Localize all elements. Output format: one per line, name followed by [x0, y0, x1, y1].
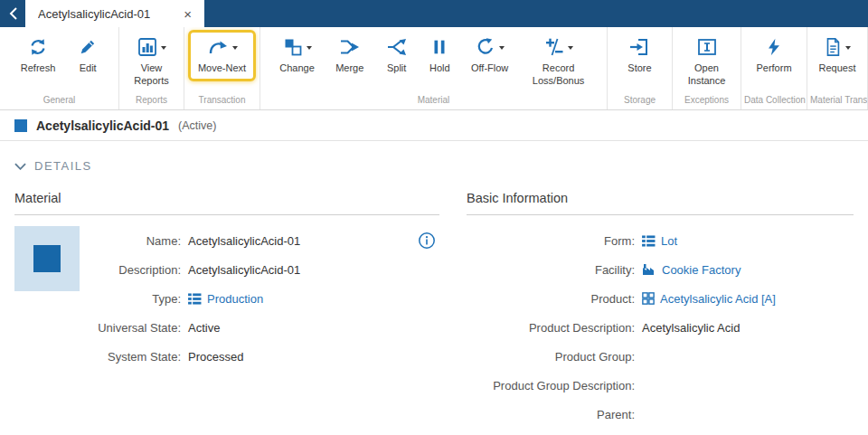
split-arrows-icon — [385, 36, 409, 58]
universal-state-label: Universal State: — [94, 321, 188, 335]
facility-value-link[interactable]: Cookie Factory — [642, 263, 741, 277]
universal-state-value: Active — [188, 321, 220, 335]
description-label: Description: — [94, 263, 188, 277]
status-badge: (Active) — [178, 119, 216, 132]
merge-arrows-icon — [338, 36, 362, 58]
form-value-link[interactable]: Lot — [642, 234, 677, 248]
system-state-row: System State: Processed — [94, 342, 439, 371]
off-flow-label: Off-Flow — [471, 62, 508, 75]
record-title: AcetylsalicylicAcid-01 — [36, 118, 169, 133]
document-icon — [823, 36, 843, 58]
list-icon — [642, 235, 656, 247]
ribbon-group-data-collection: Perform Data Collection — [741, 27, 807, 109]
open-instance-label: Open Instance — [678, 62, 736, 88]
bar-chart-icon — [137, 36, 158, 58]
top-bar: AcetylsalicylicAcid-01 × — [0, 0, 868, 27]
dropdown-caret-icon — [845, 46, 851, 50]
name-row: Name: AcetylsalicylicAcid-01 — [94, 226, 439, 255]
refresh-button[interactable]: Refresh — [19, 33, 58, 77]
type-row: Type: Production — [94, 284, 439, 313]
name-label: Name: — [94, 234, 188, 248]
edit-pencil-icon — [78, 37, 98, 57]
product-row: Product: Acetylsalicylic Acid [A] — [467, 284, 854, 313]
ribbon-group-label-material: Material — [260, 94, 607, 109]
ribbon-group-label-data-collection: Data Collection — [741, 94, 807, 109]
parent-row: Parent: — [467, 400, 854, 429]
product-group-description-row: Product Group Description: — [467, 371, 854, 400]
move-next-button[interactable]: Move-Next — [188, 30, 256, 81]
universal-state-row: Universal State: Active — [94, 313, 439, 342]
curved-arrow-right-icon — [206, 36, 230, 58]
ribbon-group-label-transaction: Transaction — [184, 94, 259, 109]
material-thumbnail — [14, 226, 80, 291]
system-state-label: System State: — [94, 350, 188, 364]
product-group-description-label: Product Group Description: — [467, 379, 642, 392]
info-icon — [418, 232, 436, 250]
tab-acetylsalicylicacid-01[interactable]: AcetylsalicylicAcid-01 × — [25, 0, 204, 27]
record-loss-bonus-button[interactable]: Record Loss/Bonus — [528, 33, 590, 90]
name-value: AcetylsalicylicAcid-01 — [188, 234, 300, 248]
perform-label: Perform — [756, 62, 791, 75]
open-instance-button[interactable]: Open Instance — [676, 33, 738, 90]
view-reports-button[interactable]: View Reports — [121, 33, 183, 90]
refresh-label: Refresh — [21, 62, 56, 75]
dropdown-caret-icon — [161, 46, 166, 50]
hold-label: Hold — [429, 62, 450, 75]
product-value: Acetylsalicylic Acid [A] — [660, 292, 776, 306]
type-value-link[interactable]: Production — [188, 292, 263, 306]
change-label: Change — [279, 62, 315, 75]
undo-arrow-icon — [475, 36, 496, 58]
details-section-label: DETAILS — [34, 159, 92, 173]
edit-button[interactable]: Edit — [76, 33, 99, 77]
product-value-link[interactable]: Acetylsalicylic Acid [A] — [642, 292, 776, 306]
ribbon-group-exceptions: Open Instance Exceptions — [673, 27, 741, 109]
facility-value: Cookie Factory — [662, 263, 741, 277]
hold-button[interactable]: Hold — [428, 33, 452, 77]
change-button[interactable]: Change — [278, 33, 316, 77]
perform-button[interactable]: Perform — [754, 33, 793, 77]
ribbon-group-label-reports: Reports — [119, 94, 184, 109]
dropdown-caret-icon — [307, 46, 312, 50]
record-header: AcetylsalicylicAcid-01 (Active) — [0, 110, 868, 141]
merge-button[interactable]: Merge — [334, 33, 365, 77]
store-button[interactable]: Store — [626, 33, 653, 77]
split-button[interactable]: Split — [383, 33, 410, 77]
plus-minus-icon — [543, 36, 565, 58]
basic-information-panel: Basic Information Form: Lot Facility: — [467, 180, 854, 429]
move-next-label: Move-Next — [198, 62, 246, 75]
request-button[interactable]: Request — [817, 33, 858, 77]
edit-label: Edit — [80, 62, 97, 75]
ribbon-toolbar: Refresh Edit General — [0, 27, 868, 110]
ribbon-group-storage: Store Storage — [608, 27, 673, 109]
off-flow-button[interactable]: Off-Flow — [469, 33, 510, 77]
product-label: Product: — [467, 292, 642, 306]
material-section-title: Material — [14, 180, 439, 215]
ribbon-group-reports: View Reports Reports — [119, 27, 184, 109]
ribbon-group-transaction: Move-Next Transaction — [184, 27, 260, 109]
view-reports-label: View Reports — [123, 62, 181, 88]
parent-label: Parent: — [467, 408, 642, 421]
request-label: Request — [819, 62, 856, 75]
form-row: Form: Lot — [467, 226, 854, 255]
product-description-row: Product Description: Acetylsalicylic Aci… — [467, 313, 854, 342]
store-box-icon — [628, 36, 650, 58]
basic-information-section-title: Basic Information — [467, 180, 854, 215]
info-button[interactable] — [418, 232, 436, 250]
details-section-toggle[interactable]: DETAILS — [0, 141, 868, 176]
details-columns: Material Name: AcetylsalicylicAcid-01 — [0, 176, 868, 429]
tab-title: AcetylsalicylicAcid-01 — [38, 7, 150, 21]
store-label: Store — [627, 62, 651, 75]
back-button[interactable] — [0, 0, 25, 27]
ribbon-group-label-storage: Storage — [608, 94, 672, 109]
ribbon-group-material: Change Merge — [260, 27, 608, 109]
list-icon — [188, 293, 202, 305]
lightning-icon — [764, 36, 784, 58]
tab-close-icon[interactable]: × — [180, 5, 195, 23]
ribbon-group-label-general: General — [0, 94, 118, 109]
product-grid-icon — [642, 292, 655, 305]
ribbon-group-label-material-transfer: Material Transf — [807, 94, 867, 109]
dropdown-caret-icon — [568, 46, 573, 50]
product-description-label: Product Description: — [467, 321, 642, 335]
description-row: Description: AcetylsalicylicAcid-01 — [94, 255, 439, 284]
product-group-row: Product Group: — [467, 342, 854, 371]
